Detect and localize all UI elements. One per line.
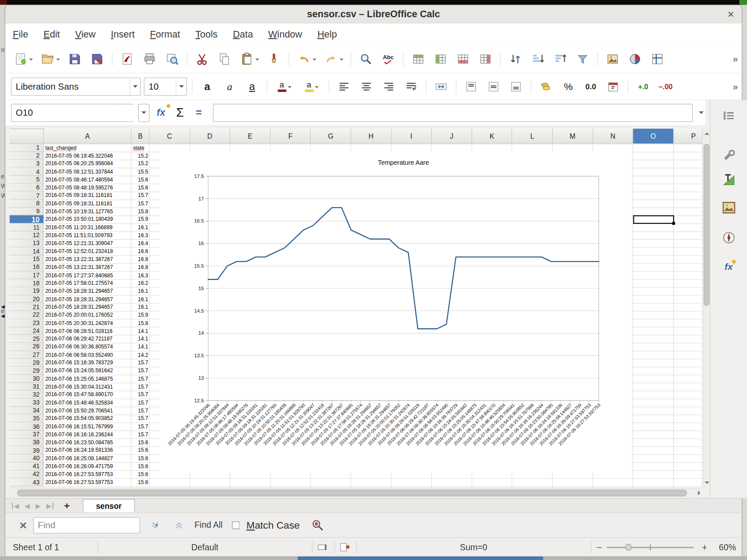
cell-A19[interactable]: 2016-07-05 18:28:31.294657 xyxy=(44,287,131,295)
cell-B22[interactable]: 15.9 xyxy=(132,311,150,319)
toolbar-overflow-button[interactable]: » xyxy=(733,81,737,92)
grid-row-40[interactable]: 2016-07-06 16:25:08.14482715.6 xyxy=(44,454,150,462)
grid-row-2[interactable]: 2016-07-05 06:19:45.32204615.2 xyxy=(44,152,150,160)
cell-B3[interactable]: 15.2 xyxy=(132,160,150,168)
column-header-L[interactable]: L xyxy=(512,129,553,144)
save-button[interactable] xyxy=(65,49,84,69)
grid-row-8[interactable]: 2016-07-05 09:18:31.11618115.7 xyxy=(44,200,150,208)
grid-row-14[interactable]: 2016-07-05 12:52:01.23241816.6 xyxy=(44,247,150,255)
cell-B31[interactable]: 15.7 xyxy=(132,383,150,391)
row-header-4[interactable]: 4 xyxy=(10,168,44,176)
row-header-8[interactable]: 8 xyxy=(10,200,44,208)
cell-B12[interactable]: 16.3 xyxy=(132,231,150,239)
cell-A26[interactable]: 2016-07-06 06:30:36.805574 xyxy=(44,343,131,351)
paste-button[interactable] xyxy=(237,49,261,69)
match-case-checkbox[interactable] xyxy=(232,521,239,529)
export-pdf-button[interactable] xyxy=(118,49,137,69)
column-header-F[interactable]: F xyxy=(270,129,311,144)
merge-cells-button[interactable] xyxy=(432,76,451,96)
font-size-dropdown-icon[interactable] xyxy=(176,78,186,95)
cell-A41[interactable]: 2016-07-06 16:26:09.471759 xyxy=(44,462,131,470)
cell-A27[interactable]: 2016-07-06 06:58:03.552490 xyxy=(44,351,131,359)
cell-A9[interactable]: 2016-07-05 10:19:31.127765 xyxy=(44,208,131,216)
column-header-B[interactable]: B xyxy=(132,129,150,144)
cell-B11[interactable]: 16.1 xyxy=(132,223,150,231)
row-header-14[interactable]: 14 xyxy=(10,247,44,255)
grid-row-27[interactable]: 2016-07-06 06:58:03.55249014.2 xyxy=(44,351,150,359)
cell-A14[interactable]: 2016-07-05 12:52:01.232418 xyxy=(44,247,131,255)
currency-format-button[interactable] xyxy=(536,76,555,96)
column-header-C[interactable]: C xyxy=(150,129,190,144)
grid-row-12[interactable]: 2016-07-05 11:51:01.50979316.3 xyxy=(44,231,150,239)
grid-row-39[interactable]: 2016-07-06 16:24:19.59133615.6 xyxy=(44,446,150,454)
insert-row-button[interactable] xyxy=(409,49,428,69)
row-header-16[interactable]: 16 xyxy=(10,263,44,271)
spelling-button[interactable]: Abc xyxy=(379,49,398,69)
cell-B16[interactable]: 16.8 xyxy=(132,263,150,271)
autofilter-button[interactable] xyxy=(573,49,592,69)
zoom-out-button[interactable]: − xyxy=(596,538,602,557)
grid-row-36[interactable]: 2016-07-06 16:15:51.76799915.7 xyxy=(44,423,150,431)
zoom-level[interactable]: 60% xyxy=(719,538,736,557)
row-header-31[interactable]: 31 xyxy=(10,383,44,391)
cell-A21[interactable]: 2016-07-05 18:28:31.294657 xyxy=(44,303,131,311)
row-header-20[interactable]: 20 xyxy=(10,295,44,303)
row-header-37[interactable]: 37 xyxy=(10,431,44,439)
grid-row-34[interactable]: 2016-07-06 15:50:29.70654115.7 xyxy=(44,407,150,415)
row-header-42[interactable]: 42 xyxy=(10,470,44,478)
menu-edit[interactable]: Edit xyxy=(36,29,68,40)
row-header-12[interactable]: 12 xyxy=(10,231,44,239)
cell-B35[interactable]: 15.7 xyxy=(132,415,150,423)
row-header-33[interactable]: 33 xyxy=(10,399,44,407)
cell-B30[interactable]: 15.7 xyxy=(132,375,150,383)
row-header-24[interactable]: 24 xyxy=(10,327,44,335)
row-header-2[interactable]: 2 xyxy=(10,152,44,160)
titlebar[interactable]: sensor.csv – LibreOffice Calc × xyxy=(5,5,742,23)
cell-B41[interactable]: 15.6 xyxy=(132,462,150,470)
cell-A25[interactable]: 2016-07-06 06:29:42.721187 xyxy=(44,335,131,343)
row-header-27[interactable]: 27 xyxy=(10,351,44,359)
grid-row-16[interactable]: 2016-07-05 13:22:31.38726716.8 xyxy=(44,263,150,271)
add-sheet-button[interactable]: + xyxy=(64,500,70,511)
row-header-11[interactable]: 11 xyxy=(10,223,44,231)
vertical-scrollbar[interactable] xyxy=(702,129,710,488)
underline-button[interactable]: a xyxy=(243,76,262,96)
find-previous-button[interactable] xyxy=(171,518,188,532)
grid-row-1[interactable]: last_changedstate xyxy=(44,144,150,152)
grid-row-4[interactable]: 2016-07-05 08:12:51.33784415.5 xyxy=(44,168,150,176)
embedded-chart[interactable]: Temperature Aare12.51313.51414.51515.516… xyxy=(159,151,631,473)
cell-A16[interactable]: 2016-07-05 13:22:31.387267 xyxy=(44,263,131,271)
scroll-up-icon[interactable] xyxy=(705,132,709,135)
delete-row-button[interactable] xyxy=(454,49,473,69)
grid-row-11[interactable]: 2016-07-05 11:20:31.16689916.1 xyxy=(44,223,150,231)
cell-B37[interactable]: 15.7 xyxy=(132,431,150,439)
align-vcenter-button[interactable] xyxy=(484,76,503,96)
cell-A10[interactable]: 2016-07-05 10:50:01.180439 xyxy=(44,216,131,223)
grid-row-13[interactable]: 2016-07-05 12:21:31.30904716.4 xyxy=(44,239,150,247)
align-bottom-button[interactable] xyxy=(506,76,525,96)
grid-row-32[interactable]: 2016-07-06 15:47:58.89017015.7 xyxy=(44,391,150,399)
bold-button[interactable]: a xyxy=(198,76,217,96)
open-file-button[interactable] xyxy=(38,49,62,69)
menu-format[interactable]: Format xyxy=(142,29,188,40)
font-name-combobox[interactable]: Liberation Sans xyxy=(11,77,140,95)
grid-row-30[interactable]: 2016-07-06 15:25:05.14687515.7 xyxy=(44,375,150,383)
cell-A29[interactable]: 2016-07-06 15:24:05.591642 xyxy=(44,367,131,375)
row-header-22[interactable]: 22 xyxy=(10,311,44,319)
sidebar-settings-button[interactable] xyxy=(717,106,740,125)
row-header-21[interactable]: 21 xyxy=(10,303,44,311)
sidebar-styles-button[interactable] xyxy=(717,170,740,189)
grid-row-21[interactable]: 2016-07-05 18:28:31.29465716.1 xyxy=(44,303,150,311)
font-size-combobox[interactable]: 10 xyxy=(144,77,187,95)
cell-A36[interactable]: 2016-07-06 16:15:51.767999 xyxy=(44,423,131,431)
cell-A1[interactable]: last_changed xyxy=(44,144,131,152)
undo-button[interactable] xyxy=(294,49,318,69)
column-header-G[interactable]: G xyxy=(311,129,351,144)
cell-B5[interactable]: 15.6 xyxy=(132,176,150,184)
cell-A6[interactable]: 2016-07-05 08:48:19.595276 xyxy=(44,184,131,192)
menu-insert[interactable]: Insert xyxy=(103,29,142,40)
sort-descending-button[interactable] xyxy=(551,49,570,69)
grid-row-19[interactable]: 2016-07-05 18:28:31.29465716.1 xyxy=(44,287,150,295)
cell-cursor-O10[interactable] xyxy=(633,215,674,223)
sidebar-gallery-button[interactable] xyxy=(717,198,740,218)
